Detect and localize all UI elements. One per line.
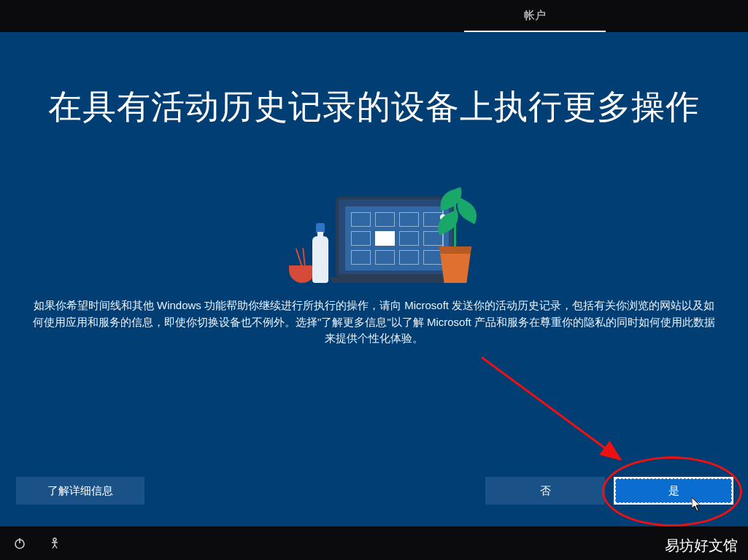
svg-line-0 [482, 357, 620, 459]
top-bar: 帐户 [0, 0, 748, 32]
svg-point-3 [53, 538, 56, 541]
learn-more-button[interactable]: 了解详细信息 [16, 477, 144, 505]
learn-more-label: 了解详细信息 [47, 484, 113, 498]
yes-button[interactable]: 是 [614, 477, 733, 505]
description-text: 如果你希望时间线和其他 Windows 功能帮助你继续进行所执行的操作，请向 M… [29, 298, 719, 347]
page-title: 在具有活动历史记录的设备上执行更多操作 [0, 85, 748, 130]
annotation-arrow [474, 350, 664, 481]
bottle-icon [312, 223, 328, 283]
watermark-text: 易坊好文馆 [665, 536, 738, 556]
no-button[interactable]: 否 [485, 477, 605, 505]
no-label: 否 [540, 484, 551, 498]
yes-label: 是 [668, 484, 679, 498]
tab-account[interactable]: 帐户 [464, 0, 606, 32]
tab-label: 帐户 [524, 9, 546, 23]
accessibility-icon[interactable] [44, 532, 66, 554]
power-icon[interactable] [9, 532, 31, 554]
bottom-bar: 易坊好文馆 [0, 526, 748, 560]
illustration [286, 190, 483, 292]
plant-icon [432, 190, 483, 283]
